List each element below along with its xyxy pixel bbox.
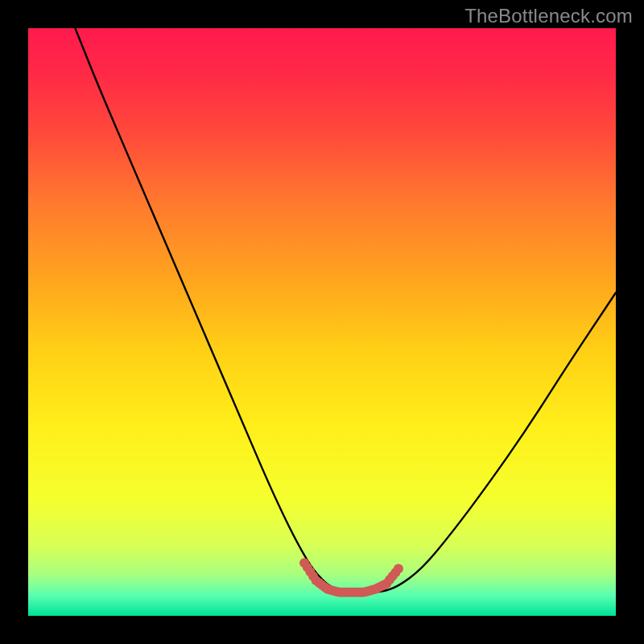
optimal-zone-markers: [299, 558, 403, 597]
plot-area: [28, 28, 616, 616]
chart-frame: TheBottleneck.com: [0, 0, 644, 644]
curve-path: [75, 28, 616, 592]
bottleneck-curve: [28, 28, 616, 616]
optimal-marker: [394, 564, 403, 574]
watermark-text: TheBottleneck.com: [464, 5, 633, 27]
